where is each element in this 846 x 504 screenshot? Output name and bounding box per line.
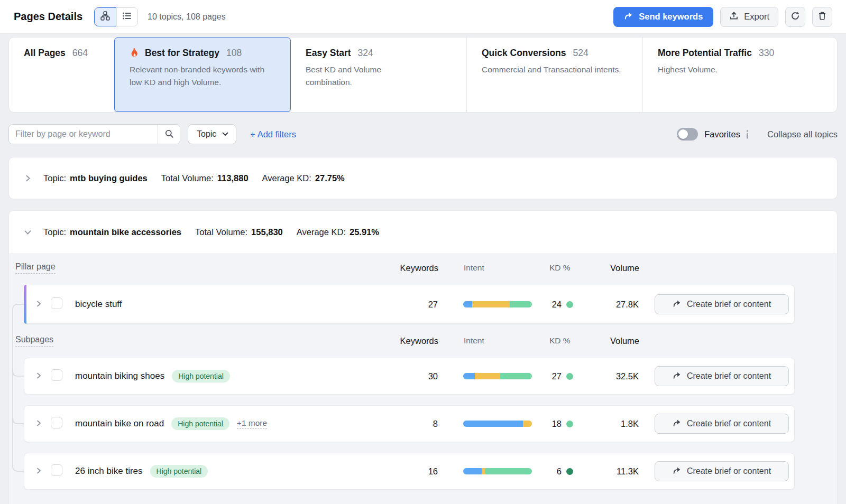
search-input[interactable] <box>9 125 158 144</box>
send-arrow-icon <box>624 11 633 23</box>
flame-icon <box>130 48 140 59</box>
info-icon[interactable] <box>746 130 749 139</box>
pillar-header-row: Pillar page Keywords Intent KD % Volume <box>24 253 795 283</box>
expand-page-button[interactable] <box>35 372 51 381</box>
chevron-down-icon <box>222 132 228 136</box>
more-badges-link[interactable]: +1 more <box>237 418 267 429</box>
page-name: 26 inch bike tires <box>75 466 143 477</box>
tab-description: Commercial and Transactional intents. <box>482 63 630 76</box>
chevron-right-icon <box>35 419 42 428</box>
expand-page-button[interactable] <box>35 419 51 428</box>
kd-value: 24 <box>549 300 562 310</box>
intent-bar <box>463 301 532 307</box>
subpage-row: 26 inch bike tires High potential 16 6 1… <box>24 453 795 490</box>
chevron-right-icon <box>35 300 42 309</box>
topic-header[interactable]: Topic: mtb buying guides Total Volume: 1… <box>9 157 837 199</box>
kd-dot <box>566 373 573 380</box>
page-name: mountain bike on road <box>75 418 164 429</box>
subpage-row: mountain biking shoes High potential 30 … <box>24 358 795 395</box>
topic-name: mtb buying guides <box>70 173 148 183</box>
export-icon <box>729 11 739 23</box>
topics-pages-summary: 10 topics, 108 pages <box>148 12 226 22</box>
view-toggle <box>94 7 138 26</box>
intent-bar <box>463 468 532 474</box>
delete-button[interactable] <box>812 7 832 27</box>
keywords-count: 30 <box>390 371 438 381</box>
tab-all-pages[interactable]: All Pages 664 <box>9 38 114 112</box>
subpages-header-row: Subpages Keywords Intent KD % Volume <box>24 324 795 358</box>
keywords-count: 27 <box>390 300 438 310</box>
create-brief-button[interactable]: Create brief or content <box>655 366 789 386</box>
column-keywords: Keywords <box>391 263 438 273</box>
chevron-right-icon <box>35 372 42 381</box>
sitemap-icon <box>100 11 110 22</box>
page-title: Pages Details <box>14 11 82 23</box>
topic-total-volume: 113,880 <box>217 173 249 183</box>
tab-description: Relevant non-branded keywords with low K… <box>130 63 278 89</box>
topic-total-volume: 155,830 <box>251 227 283 237</box>
kd-value: 6 <box>549 466 562 477</box>
kd-dot <box>566 301 573 308</box>
row-checkbox[interactable] <box>51 464 62 476</box>
page-name: mountain biking shoes <box>75 371 164 381</box>
kd-value: 27 <box>549 371 562 381</box>
column-kd: KD % <box>532 263 586 273</box>
list-icon <box>122 11 132 22</box>
volume-value: 11.3K <box>586 466 639 477</box>
chevron-right-icon[interactable] <box>24 174 33 182</box>
topic-card-mtb-buying-guides: Topic: mtb buying guides Total Volume: 1… <box>8 157 838 199</box>
keywords-count: 16 <box>390 466 438 477</box>
row-checkbox[interactable] <box>51 417 62 428</box>
row-checkbox[interactable] <box>51 297 62 309</box>
search-button[interactable] <box>158 125 180 144</box>
pillar-row: bicycle stuff 27 24 27.8K <box>24 285 795 324</box>
create-brief-button[interactable]: Create brief or content <box>655 461 789 481</box>
page-name: bicycle stuff <box>75 299 122 310</box>
send-arrow-icon <box>673 418 682 430</box>
kd-dot <box>566 468 573 475</box>
expand-page-button[interactable] <box>35 467 51 476</box>
tab-quick-conversions[interactable]: Quick Conversions 524 Commercial and Tra… <box>467 38 643 112</box>
trash-icon <box>817 11 827 23</box>
column-kd: KD % <box>532 336 586 346</box>
search-box <box>8 124 180 144</box>
topic-average-kd: 25.91% <box>350 227 379 237</box>
send-arrow-icon <box>673 466 682 477</box>
filter-bar: Topic + Add filters Favorites Collapse a… <box>8 124 838 144</box>
add-filters-link[interactable]: + Add filters <box>250 129 296 139</box>
volume-value: 1.8K <box>586 419 639 429</box>
chevron-down-icon[interactable] <box>24 228 33 236</box>
refresh-button[interactable] <box>785 7 805 27</box>
tab-more-potential-traffic[interactable]: More Potential Traffic 330 Highest Volum… <box>643 38 837 112</box>
high-potential-badge: High potential <box>150 465 208 478</box>
row-checkbox[interactable] <box>51 369 62 381</box>
subpage-row: mountain bike on road High potential +1 … <box>24 405 795 442</box>
topic-average-kd: 27.75% <box>315 173 345 183</box>
intent-bar <box>463 373 532 379</box>
topic-header[interactable]: Topic: mountain bike accessories Total V… <box>9 211 837 253</box>
topic-filter-dropdown[interactable]: Topic <box>188 124 236 144</box>
chevron-right-icon <box>35 467 42 476</box>
favorites-toggle[interactable] <box>677 128 698 141</box>
export-button[interactable]: Export <box>720 7 778 27</box>
create-brief-button[interactable]: Create brief or content <box>655 414 789 434</box>
expand-page-button[interactable] <box>35 300 51 309</box>
intent-bar <box>463 421 532 427</box>
top-bar: Pages Details 10 topics, 108 pages <box>0 0 846 34</box>
high-potential-badge: High potential <box>172 370 230 382</box>
column-intent: Intent <box>438 336 532 346</box>
volume-value: 27.8K <box>586 300 639 310</box>
send-keywords-button[interactable]: Send keywords <box>613 7 713 27</box>
column-intent: Intent <box>438 263 532 273</box>
map-view-button[interactable] <box>94 7 116 26</box>
keywords-count: 8 <box>390 419 438 429</box>
pillar-page-label[interactable]: Pillar page <box>15 262 56 274</box>
collapse-all-topics-link[interactable]: Collapse all topics <box>767 129 838 139</box>
tab-best-for-strategy[interactable]: Best for Strategy 108 Relevant non-brand… <box>114 38 291 112</box>
subpages-label[interactable]: Subpages <box>15 335 53 347</box>
list-view-button[interactable] <box>116 7 138 26</box>
pages-table: Pillar page Keywords Intent KD % Volume … <box>9 253 837 504</box>
column-keywords: Keywords <box>391 336 438 346</box>
create-brief-button[interactable]: Create brief or content <box>655 294 789 314</box>
tab-easy-start[interactable]: Easy Start 324 Best KD and Volume combin… <box>291 38 467 112</box>
